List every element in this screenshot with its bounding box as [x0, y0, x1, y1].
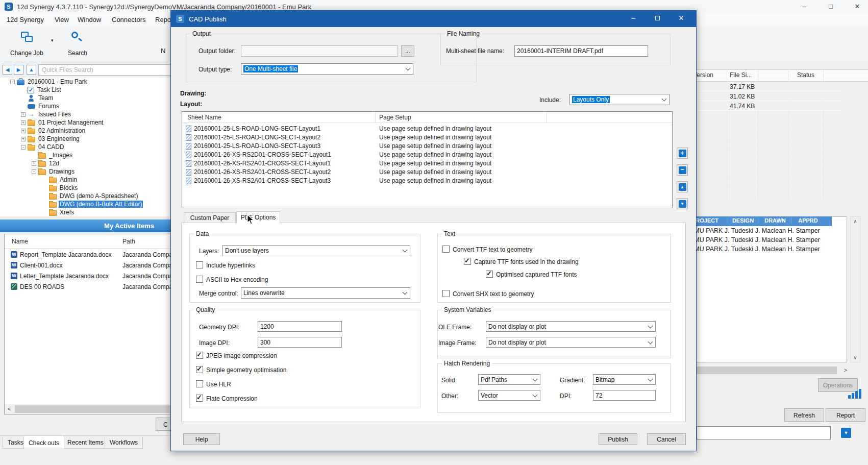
use-hlr-checkbox[interactable]: ✓ [196, 380, 203, 387]
menu-12d-synergy[interactable]: 12d Synergy [7, 16, 44, 23]
help-button[interactable]: Help [183, 433, 220, 445]
column-header-apprd[interactable]: APPRD [791, 217, 825, 224]
sheet-row[interactable]: 20160001-25-LS-ROAD-LONG-SECT-Layout1Use… [182, 125, 672, 133]
scroll-left-icon[interactable]: < [5, 404, 14, 414]
dropdown-expand-button[interactable]: ▼ [841, 428, 851, 438]
file-row[interactable]: 41.74 KB [682, 102, 841, 111]
image-dpi-input[interactable] [258, 337, 342, 348]
convert-shx-checkbox[interactable]: ✓ [442, 290, 450, 297]
move-up-button[interactable]: ▲ [677, 181, 688, 192]
nav-forward-button[interactable]: ▶ [14, 65, 23, 75]
ascii-hex-checkbox[interactable]: ✓ [196, 276, 203, 283]
tree-item-issued-files[interactable]: +Issued Files [0, 110, 173, 118]
jpeg-compression-checkbox[interactable]: ✓ [196, 352, 203, 359]
optimised-ttf-checkbox[interactable]: ✓ [486, 271, 493, 278]
column-header-name[interactable]: Name [12, 238, 28, 245]
expand-toggle-icon[interactable]: - [10, 80, 15, 84]
convert-ttf-checkbox[interactable]: ✓ [442, 246, 450, 253]
sheet-row[interactable]: 20160001-25-LS-ROAD-LONG-SECT-Layout3Use… [182, 142, 672, 151]
expand-toggle-icon[interactable]: + [21, 120, 26, 125]
sheet-row[interactable]: 20160001-26-XS-RS2D01-CROSS-SECT-Layout1… [182, 151, 672, 159]
tree-item-forums[interactable]: Forums [0, 102, 173, 110]
tree-item-team[interactable]: Team [0, 94, 173, 102]
expand-toggle-icon[interactable]: - [21, 145, 26, 150]
remove-sheet-button[interactable]: − [677, 164, 688, 176]
multisheet-name-input[interactable] [514, 45, 648, 57]
scroll-up-icon[interactable]: ∧ [851, 217, 860, 226]
dialog-close-button[interactable]: ✕ [669, 11, 693, 27]
file-row[interactable]: 31.02 KB [682, 92, 841, 101]
report-button[interactable]: Report [826, 408, 865, 422]
other-select[interactable]: Vector [478, 390, 540, 401]
hatch-dpi-input[interactable] [593, 390, 656, 401]
file-row[interactable]: 37.17 KB [682, 82, 841, 91]
vertical-scrollbar[interactable]: ∧ ∨ [850, 216, 860, 362]
title-block-row[interactable]: EMU PARK J. Tudeski J. Maclean H. Stampe… [690, 236, 820, 243]
menu-view[interactable]: View [55, 16, 69, 23]
column-header-path[interactable]: Path [122, 238, 135, 245]
column-header-filesize[interactable]: File Si... [730, 71, 752, 79]
tab-workflows[interactable]: Workflows [105, 437, 143, 449]
browse-button[interactable]: ... [401, 45, 414, 57]
layers-select[interactable]: Don't use layers [222, 245, 410, 256]
nav-back-button[interactable]: ◀ [3, 65, 12, 75]
scroll-right-icon[interactable]: > [841, 365, 850, 375]
add-sheet-button[interactable]: + [677, 148, 688, 159]
include-select[interactable]: Layouts Only [569, 94, 669, 105]
include-hyperlinks-checkbox[interactable]: ✓ [196, 261, 203, 268]
nav-up-button[interactable]: ▲ [27, 65, 36, 75]
change-job-caret-icon[interactable]: ▾ [51, 37, 54, 44]
column-header-status[interactable]: Status [797, 71, 814, 79]
sheet-row[interactable]: 20160001-25-LS-ROAD-LONG-SECT-Layout2Use… [182, 133, 672, 142]
sheet-row[interactable]: 20160001-26-XS-RS2A01-CROSS-SECT-Layout2… [182, 168, 672, 177]
ole-frame-select[interactable]: Do not display or plot [486, 321, 656, 332]
comment-input[interactable] [697, 426, 831, 439]
tree-item-task-list[interactable]: Task List [0, 86, 173, 94]
dialog-minimize-button[interactable]: – [622, 11, 645, 27]
merge-control-select[interactable]: Lines overwrite [241, 287, 410, 299]
tree-item-administration[interactable]: +02 Administration [0, 127, 173, 135]
column-header-sheet-name[interactable]: Sheet Name [187, 114, 221, 121]
capture-ttf-checkbox[interactable]: ✓ [464, 258, 471, 265]
dialog-titlebar[interactable]: S CAD Publish [171, 11, 696, 27]
expand-toggle-icon[interactable]: - [32, 169, 36, 174]
cancel-button[interactable]: Cancel [647, 433, 686, 445]
expand-toggle-icon[interactable]: + [21, 129, 26, 133]
geometry-dpi-input[interactable] [258, 321, 342, 332]
refresh-button[interactable]: Refresh [784, 408, 824, 422]
tree-item-engineering[interactable]: +03 Engineering [0, 135, 173, 143]
output-type-select[interactable]: One Multi-sheet file [241, 63, 413, 75]
gradient-select[interactable]: Bitmap [593, 374, 656, 385]
tree-item-dwg-a[interactable]: DWG (demo A-Spreadsheet) [0, 192, 173, 200]
expand-toggle-icon[interactable]: + [32, 161, 36, 166]
tree-item-drawings[interactable]: -Drawings [0, 167, 173, 176]
flate-compression-checkbox[interactable]: ✓ [196, 395, 203, 402]
search-button[interactable]: Search [68, 50, 87, 57]
tab-recent-items[interactable]: Recent Items [62, 437, 109, 449]
expand-toggle-icon[interactable]: + [21, 137, 26, 141]
publish-button[interactable]: Publish [599, 433, 637, 445]
simple-geometry-checkbox[interactable]: ✓ [196, 366, 203, 373]
tree-item-admin[interactable]: Admin [0, 176, 173, 184]
scroll-down-icon[interactable]: ∨ [851, 353, 860, 362]
tree-item-project-root[interactable]: -20160001 - Emu Park [0, 78, 173, 86]
close-button[interactable]: ✕ [847, 0, 867, 13]
solid-select[interactable]: Pdf Paths [478, 374, 540, 385]
operations-button[interactable]: Operations [818, 378, 858, 392]
column-header-page-setup[interactable]: Page Setup [379, 114, 411, 121]
tree-item-12d[interactable]: +12d [0, 159, 173, 167]
tab-pdf-options[interactable]: PDF Options [236, 211, 280, 224]
tree-item-images[interactable]: _Images [0, 151, 173, 159]
menu-connectors[interactable]: Connectors [112, 16, 145, 23]
image-frame-select[interactable]: Do not display or plot [486, 337, 656, 348]
sheet-row[interactable]: 20160001-26-XS-RS2A01-CROSS-SECT-Layout1… [182, 159, 672, 168]
sheet-row[interactable]: 20160001-26-XS-RS2A01-CROSS-SECT-Layout3… [182, 177, 672, 185]
tree-item-blocks[interactable]: Blocks [0, 184, 173, 192]
horizontal-scrollbar[interactable]: > [684, 365, 850, 375]
dialog-maximize-button[interactable] [646, 11, 669, 27]
tree-item-project-management[interactable]: +01 Project Management [0, 118, 173, 127]
output-folder-input[interactable] [241, 45, 398, 57]
maximize-button[interactable]: □ [821, 0, 841, 13]
move-down-button[interactable]: ▼ [677, 198, 688, 209]
column-header-design[interactable]: DESIGN [727, 217, 759, 224]
